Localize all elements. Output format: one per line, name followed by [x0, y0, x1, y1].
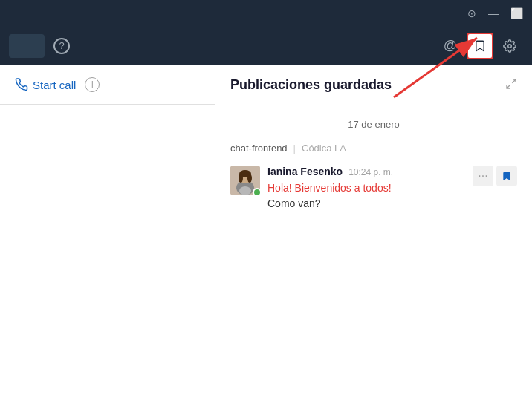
minimize-icon[interactable]: —: [488, 8, 499, 19]
help-label: ?: [59, 40, 64, 51]
gear-icon: [503, 39, 516, 53]
message-author: Ianina Fesenko: [267, 166, 343, 177]
start-call-label: Start call: [33, 79, 76, 91]
message-normal: Como van?: [267, 198, 321, 209]
svg-point-0: [508, 44, 512, 48]
mention-button[interactable]: @: [437, 33, 464, 59]
save-message-button[interactable]: [496, 166, 517, 186]
channel-label: chat-frontend | Códica LA: [215, 140, 532, 160]
info-label: i: [91, 79, 94, 90]
left-sidebar: Start call i: [0, 65, 215, 398]
channel-separator: |: [293, 143, 296, 154]
svg-line-1: [512, 79, 516, 83]
right-panel: Publicaciones guardadas 17 de enero chat…: [215, 65, 532, 398]
bookmark-icon: [473, 39, 487, 53]
download-icon[interactable]: ⊙: [467, 8, 476, 19]
logo: [9, 34, 45, 58]
nav-left: ?: [9, 34, 70, 58]
online-status-badge: [253, 188, 262, 197]
phone-icon: [15, 78, 28, 91]
help-icon[interactable]: ?: [53, 38, 70, 54]
ellipsis-icon: ···: [478, 169, 487, 183]
expand-svg: [505, 78, 517, 90]
message-actions: ···: [473, 166, 517, 186]
message-item: Ianina Fesenko 10:24 p. m. Hola! Bienven…: [215, 160, 532, 218]
workspace-name: Códica LA: [302, 143, 346, 154]
panel-title: Publicaciones guardadas: [230, 77, 392, 93]
message-time: 10:24 p. m.: [348, 167, 393, 177]
more-options-button[interactable]: ···: [473, 166, 493, 186]
maximize-icon[interactable]: ⬜: [510, 8, 523, 19]
avatar-container: [230, 166, 260, 195]
info-button[interactable]: i: [85, 77, 100, 92]
date-label: 17 de enero: [348, 119, 399, 130]
nav-bar: ? @: [0, 27, 532, 65]
svg-line-2: [507, 85, 510, 88]
date-divider: 17 de enero: [215, 117, 532, 131]
panel-header: Publicaciones guardadas: [215, 65, 532, 105]
sidebar-header: Start call i: [0, 65, 215, 105]
start-call-button[interactable]: Start call: [15, 78, 76, 91]
messages-area: 17 de enero chat-frontend | Códica LA: [215, 105, 532, 398]
main-layout: Start call i Publicaciones guardadas 17 …: [0, 65, 532, 398]
title-bar: ⊙ — ⬜: [0, 0, 532, 27]
nav-right: @: [437, 33, 523, 59]
svg-point-9: [239, 186, 251, 195]
settings-button[interactable]: [496, 33, 523, 59]
expand-icon[interactable]: [505, 78, 517, 93]
bookmark-filled-icon: [502, 171, 512, 181]
svg-point-7: [239, 174, 243, 183]
mention-icon: @: [444, 38, 457, 53]
message-highlight: Hola! Bienvenidos a todos!: [267, 182, 392, 194]
svg-point-8: [247, 174, 252, 183]
channel-name: chat-frontend: [230, 143, 288, 154]
bookmark-button[interactable]: [467, 33, 493, 59]
